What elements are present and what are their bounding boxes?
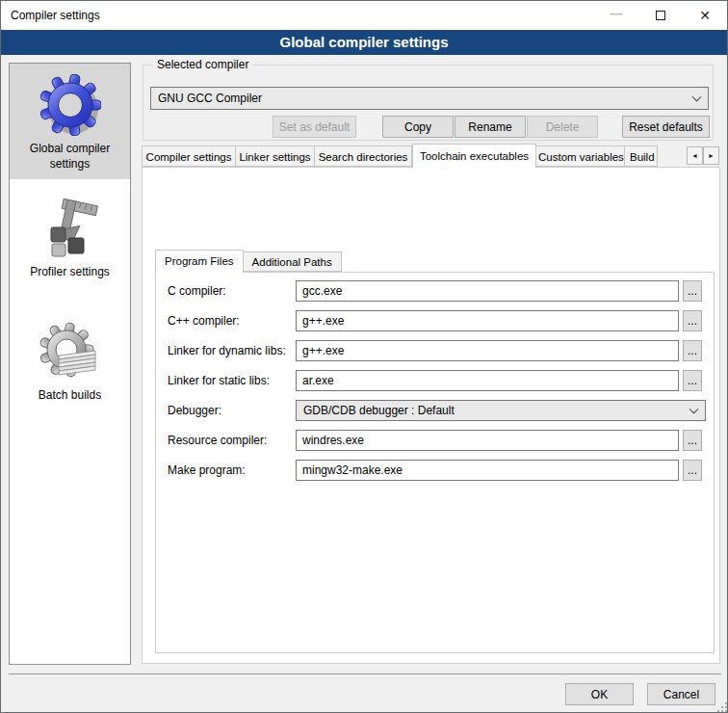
window-title: Compiler settings xyxy=(11,9,100,22)
program-files-tabstrip: Program Files Additional Paths xyxy=(155,250,342,272)
tab-linker-settings[interactable]: Linker settings xyxy=(236,145,315,167)
cancel-button[interactable]: Cancel xyxy=(647,683,715,705)
form-row-linker-dynamic: Linker for dynamic libs: ... xyxy=(156,340,714,362)
tab-additional-paths[interactable]: Additional Paths xyxy=(244,251,342,272)
sidebar-item-label: Batch builds xyxy=(13,387,127,403)
caliper-icon xyxy=(39,198,101,259)
minimize-button[interactable]: — xyxy=(594,1,638,29)
tab-program-files[interactable]: Program Files xyxy=(155,250,244,273)
debugger-select[interactable]: GDB/CDB debugger : Default xyxy=(296,400,706,421)
compiler-settings-dialog: Compiler settings — ✕ Global compiler se… xyxy=(0,0,728,713)
arrow-left-icon: ◄ xyxy=(691,152,698,159)
field-label: Make program: xyxy=(168,460,246,482)
chevron-down-icon xyxy=(689,405,699,414)
field-label: Linker for static libs: xyxy=(168,370,270,392)
chevron-down-icon xyxy=(692,92,702,102)
compiler-select[interactable]: GNU GCC Compiler xyxy=(150,87,709,110)
debugger-select-value: GDB/CDB debugger : Default xyxy=(303,404,455,417)
linker-dynamic-browse-button[interactable]: ... xyxy=(683,340,702,361)
tab-build-options[interactable]: Build options xyxy=(625,145,658,167)
field-label: C++ compiler: xyxy=(168,310,240,332)
c-compiler-input[interactable] xyxy=(296,280,679,302)
linker-dynamic-input[interactable] xyxy=(296,340,679,361)
program-files-panel: C compiler: ... C++ compiler: ... Linker… xyxy=(155,272,715,653)
sidebar-item-label: Profiler settings xyxy=(13,264,127,279)
group-label: Selected compiler xyxy=(153,58,252,71)
tab-compiler-settings[interactable]: Compiler settings xyxy=(142,145,236,167)
form-row-linker-static: Linker for static libs: ... xyxy=(156,370,714,392)
sidebar-item-global-compiler-settings[interactable]: Global compiler settings xyxy=(10,64,130,179)
field-label: Linker for dynamic libs: xyxy=(168,340,286,362)
close-icon: ✕ xyxy=(699,8,711,23)
resource-compiler-input[interactable] xyxy=(296,430,679,451)
reset-defaults-button[interactable]: Reset defaults xyxy=(622,116,710,138)
settings-category-list: Global compiler settings xyxy=(9,63,131,665)
page-title: Global compiler settings xyxy=(1,30,727,55)
set-as-default-button[interactable]: Set as default xyxy=(273,116,356,138)
c-compiler-browse-button[interactable]: ... xyxy=(683,280,702,302)
cpp-compiler-input[interactable] xyxy=(296,310,679,331)
title-bar: Compiler settings — ✕ xyxy=(1,1,727,30)
sidebar-item-label: Global compiler settings xyxy=(13,141,127,172)
settings-tabstrip: Compiler settings Linker settings Search… xyxy=(142,145,658,168)
field-label: Debugger: xyxy=(168,400,221,422)
sidebar-item-batch-builds[interactable]: Batch builds xyxy=(10,310,130,410)
tab-search-directories[interactable]: Search directories xyxy=(315,145,412,167)
ok-button[interactable]: OK xyxy=(565,683,634,705)
compiler-select-value: GNU GCC Compiler xyxy=(158,92,262,105)
maximize-icon xyxy=(656,11,665,20)
form-row-c-compiler: C compiler: ... xyxy=(156,280,714,303)
maximize-button[interactable] xyxy=(638,1,683,29)
form-row-make-program: Make program: ... xyxy=(156,460,714,482)
minimize-icon: — xyxy=(611,6,623,20)
field-label: C compiler: xyxy=(168,280,226,303)
field-label: Resource compiler: xyxy=(168,430,267,452)
form-row-cpp-compiler: C++ compiler: ... xyxy=(156,310,714,332)
resize-grip[interactable] xyxy=(721,706,723,708)
tab-toolchain-executables[interactable]: Toolchain executables xyxy=(412,144,536,168)
close-button[interactable]: ✕ xyxy=(683,1,727,29)
footer-separator xyxy=(9,673,721,674)
selected-compiler-group: Selected compiler GNU GCC Compiler Set a… xyxy=(143,65,714,141)
arrow-right-icon: ► xyxy=(708,152,715,159)
form-row-debugger: Debugger: GDB/CDB debugger : Default xyxy=(156,400,714,422)
sidebar-item-profiler-settings[interactable]: Profiler settings xyxy=(10,187,130,287)
make-program-browse-button[interactable]: ... xyxy=(683,460,702,481)
gray-gear-papers-icon xyxy=(39,321,101,383)
linker-static-browse-button[interactable]: ... xyxy=(683,370,702,391)
delete-button[interactable]: Delete xyxy=(527,116,598,138)
tab-custom-variables[interactable]: Custom variables xyxy=(536,145,625,167)
make-program-input[interactable] xyxy=(296,460,679,481)
resource-compiler-browse-button[interactable]: ... xyxy=(683,430,702,451)
linker-static-input[interactable] xyxy=(296,370,679,391)
tab-scroll-left-button[interactable]: ◄ xyxy=(687,146,703,165)
form-row-resource-compiler: Resource compiler: ... xyxy=(156,430,714,452)
rename-button[interactable]: Rename xyxy=(455,116,526,138)
cpp-compiler-browse-button[interactable]: ... xyxy=(683,310,702,331)
tab-scroll-right-button[interactable]: ► xyxy=(703,146,719,165)
blue-gear-icon xyxy=(39,74,101,136)
copy-button[interactable]: Copy xyxy=(382,116,454,138)
